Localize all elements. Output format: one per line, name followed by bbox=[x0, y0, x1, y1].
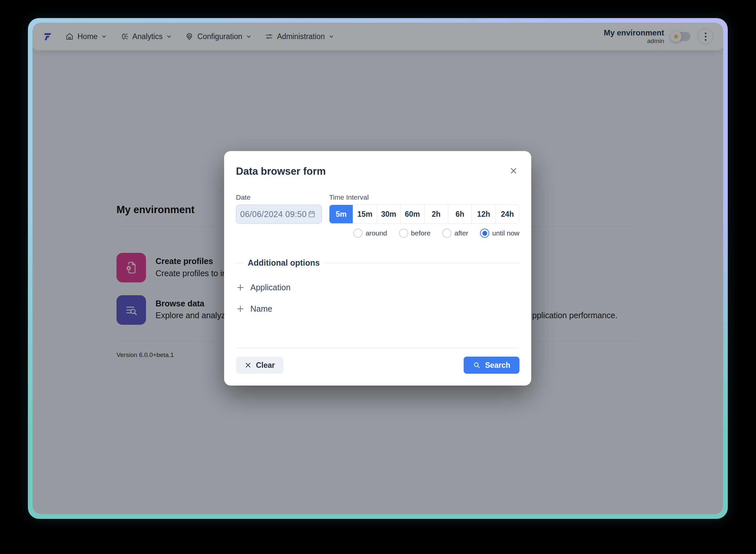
radio-after[interactable]: after bbox=[442, 229, 468, 238]
radio-circle bbox=[480, 229, 489, 238]
dialog-header: Data browser form bbox=[236, 165, 519, 178]
radio-until-now[interactable]: until now bbox=[480, 229, 519, 238]
clear-button[interactable]: Clear bbox=[236, 356, 284, 374]
calendar-icon bbox=[307, 210, 316, 218]
dialog-title: Data browser form bbox=[236, 166, 326, 177]
radio-circle bbox=[354, 229, 363, 238]
interval-option-2h[interactable]: 2h bbox=[424, 205, 448, 223]
radio-before[interactable]: before bbox=[399, 229, 431, 238]
date-value: 06/06/2024 09:50 bbox=[240, 210, 307, 219]
time-interval-label: Time Interval bbox=[329, 193, 519, 201]
search-icon bbox=[473, 361, 481, 369]
date-interval-row: Date 06/06/2024 09:50 Time Interval 5m 1… bbox=[236, 193, 519, 238]
date-input[interactable]: 06/06/2024 09:50 bbox=[236, 205, 322, 224]
time-interval-group: Time Interval 5m 15m 30m 60m 2h 6h 12h 2… bbox=[329, 193, 519, 238]
interval-option-5m[interactable]: 5m bbox=[329, 205, 353, 223]
date-field-group: Date 06/06/2024 09:50 bbox=[236, 193, 322, 238]
plus-icon bbox=[236, 304, 245, 313]
add-application-option[interactable]: Application bbox=[236, 283, 519, 292]
anchor-radio-row: around before after until now bbox=[329, 229, 519, 238]
footer-divider bbox=[236, 348, 519, 348]
interval-option-24h[interactable]: 24h bbox=[496, 205, 519, 223]
radio-around[interactable]: around bbox=[354, 229, 387, 238]
plus-icon bbox=[236, 283, 245, 292]
interval-option-15m[interactable]: 15m bbox=[353, 205, 376, 223]
dialog-footer: Clear Search bbox=[236, 356, 519, 374]
clear-x-icon bbox=[244, 362, 252, 369]
interval-option-6h[interactable]: 6h bbox=[448, 205, 471, 223]
divider bbox=[323, 263, 519, 263]
data-browser-form-dialog: Data browser form Date 06/06/2024 09:50 … bbox=[224, 151, 531, 386]
radio-circle bbox=[399, 229, 408, 238]
add-name-option[interactable]: Name bbox=[236, 304, 519, 314]
radio-circle bbox=[442, 229, 451, 238]
search-button[interactable]: Search bbox=[464, 356, 519, 374]
divider bbox=[236, 263, 244, 263]
interval-option-12h[interactable]: 12h bbox=[471, 205, 495, 223]
additional-options-heading: Additional options bbox=[236, 258, 519, 268]
interval-option-30m[interactable]: 30m bbox=[377, 205, 400, 223]
close-icon bbox=[509, 166, 518, 175]
time-interval-segmented-control: 5m 15m 30m 60m 2h 6h 12h 24h bbox=[329, 205, 519, 224]
date-label: Date bbox=[236, 193, 322, 201]
interval-option-60m[interactable]: 60m bbox=[400, 205, 424, 223]
close-button[interactable] bbox=[508, 165, 519, 178]
